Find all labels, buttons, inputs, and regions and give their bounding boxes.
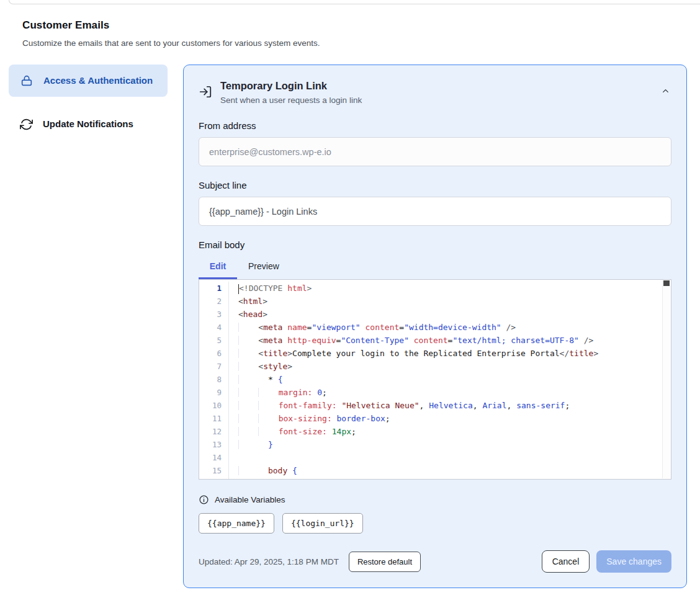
code-line[interactable]: * { xyxy=(238,373,656,386)
chevron-up-icon xyxy=(661,86,670,97)
footer-actions: Cancel Save changes xyxy=(542,550,671,573)
page-title: Customer Emails xyxy=(22,19,678,32)
editor-scrollbar[interactable] xyxy=(662,280,670,478)
code-line[interactable]: } xyxy=(238,438,656,451)
save-changes-button[interactable]: Save changes xyxy=(596,550,671,573)
code-line[interactable]: <title>Complete your login to the Replic… xyxy=(238,347,656,360)
line-number: 1 xyxy=(199,282,228,295)
top-card-edge xyxy=(9,0,700,4)
line-number: 2 xyxy=(199,295,228,308)
available-variables-label: Available Variables xyxy=(215,495,285,504)
email-settings-panel: Temporary Login Link Sent when a user re… xyxy=(183,65,687,588)
sidebar-item-label: Access & Authentication xyxy=(43,73,153,88)
sidebar-item-update-notifications[interactable]: Update Notifications xyxy=(9,108,168,140)
line-number: 7 xyxy=(199,360,228,373)
updated-timestamp: Updated: Apr 29, 2025, 1:18 PM MDT xyxy=(199,557,339,566)
panel-title: Temporary Login Link xyxy=(220,80,362,92)
available-variables-row: Available Variables xyxy=(199,494,671,505)
panel-footer: Updated: Apr 29, 2025, 1:18 PM MDT Resto… xyxy=(199,550,671,573)
line-number: 11 xyxy=(199,412,228,425)
login-icon xyxy=(199,85,212,99)
restore-default-button[interactable]: Restore default xyxy=(349,552,421,572)
line-number: 8 xyxy=(199,373,228,386)
variable-chips: {{app_name}} {{login_url}} xyxy=(199,513,671,534)
code-line[interactable]: <html> xyxy=(238,295,656,308)
code-line[interactable]: <head> xyxy=(238,308,656,321)
variable-chip-login-url[interactable]: {{login_url}} xyxy=(282,513,363,534)
panel-header: Temporary Login Link Sent when a user re… xyxy=(199,80,671,105)
subject-line-label: Subject line xyxy=(199,180,671,190)
editor-gutter: 12345678910111213141516 xyxy=(199,282,229,480)
line-number: 3 xyxy=(199,308,228,321)
scrollbar-thumb[interactable] xyxy=(663,280,670,286)
subject-line-field: Subject line xyxy=(199,180,671,226)
variable-chip-app-name[interactable]: {{app_name}} xyxy=(199,513,274,534)
line-number: 13 xyxy=(199,438,228,451)
tab-edit[interactable]: Edit xyxy=(199,254,237,279)
page-subtitle: Customize the emails that are sent to yo… xyxy=(22,38,678,48)
editor-code[interactable]: <!DOCTYPE html><html><head> <meta name="… xyxy=(229,282,671,480)
subject-line-input[interactable] xyxy=(199,197,671,226)
line-number: 16 xyxy=(199,477,228,480)
line-number: 5 xyxy=(199,334,228,347)
panel-header-text: Temporary Login Link Sent when a user re… xyxy=(220,80,362,105)
info-icon[interactable] xyxy=(199,494,209,505)
from-address-label: From address xyxy=(199,120,671,131)
line-number: 9 xyxy=(199,386,228,399)
sidebar: Access & Authentication Update Notificat… xyxy=(9,65,168,140)
tab-preview[interactable]: Preview xyxy=(237,254,290,279)
line-number: 4 xyxy=(199,321,228,334)
code-line[interactable]: body { xyxy=(238,464,656,477)
content: Access & Authentication Update Notificat… xyxy=(9,65,687,588)
email-body-tabs: Edit Preview xyxy=(199,254,671,279)
cancel-button[interactable]: Cancel xyxy=(542,550,590,573)
line-number: 6 xyxy=(199,347,228,360)
code-line[interactable] xyxy=(238,451,656,464)
sidebar-item-label: Update Notifications xyxy=(43,117,133,132)
code-line[interactable]: box-sizing: border-box; xyxy=(238,412,656,425)
code-line[interactable]: background-color: #f5f8fb; xyxy=(238,477,656,480)
line-number: 12 xyxy=(199,425,228,438)
sidebar-item-access-authentication[interactable]: Access & Authentication xyxy=(9,65,168,97)
code-editor[interactable]: 12345678910111213141516 <!DOCTYPE html><… xyxy=(199,279,671,480)
email-body-label: Email body xyxy=(199,239,671,250)
from-address-input[interactable] xyxy=(199,137,671,166)
editor-inner: 12345678910111213141516 <!DOCTYPE html><… xyxy=(199,280,671,480)
code-line[interactable]: font-family: "Helvetica Neue", Helvetica… xyxy=(238,399,656,412)
from-address-field: From address xyxy=(199,120,671,166)
line-number: 14 xyxy=(199,451,228,464)
page-header: Customer Emails Customize the emails tha… xyxy=(22,19,678,48)
code-line[interactable]: margin: 0; xyxy=(238,386,656,399)
refresh-icon xyxy=(20,118,33,131)
code-line[interactable]: font-size: 14px; xyxy=(238,425,656,438)
code-line[interactable]: <meta http-equiv="Content-Type" content=… xyxy=(238,334,656,347)
panel-subtitle: Sent when a user requests a login link xyxy=(220,96,362,105)
lock-icon xyxy=(20,74,34,87)
code-line[interactable]: <meta name="viewport" content="width=dev… xyxy=(238,321,656,334)
line-number: 10 xyxy=(199,399,228,412)
code-line[interactable]: <style> xyxy=(238,360,656,373)
code-line[interactable]: <!DOCTYPE html> xyxy=(238,282,656,295)
collapse-panel-button[interactable] xyxy=(661,86,670,97)
line-number: 15 xyxy=(199,464,228,477)
